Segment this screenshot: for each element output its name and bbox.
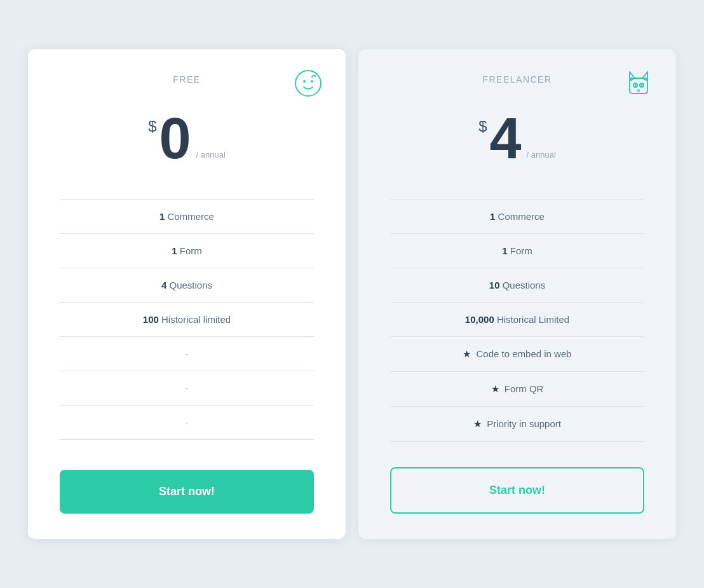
freelancer-feature-2: 1 Form [390, 234, 644, 268]
free-feature-3: 4 Questions [60, 268, 314, 303]
freelancer-feature-5: ★ Code to embed in web [390, 337, 644, 372]
svg-point-2 [311, 80, 313, 83]
freelancer-feature-4: 10,000 Historical Limited [390, 303, 644, 337]
freelancer-price-amount: 4 [490, 110, 522, 167]
svg-point-1 [303, 80, 306, 83]
free-feature-1: 1 Commerce [60, 199, 314, 234]
free-plan-card: FREE $ 0 / annual 1 Commerce 1 Form 4 Qu… [28, 49, 346, 539]
freelancer-features-list: 1 Commerce 1 Form 10 Questions 10,000 Hi… [390, 199, 644, 442]
free-plan-icon [293, 68, 323, 101]
free-price-row: $ 0 / annual [148, 110, 226, 167]
pricing-container: FREE $ 0 / annual 1 Commerce 1 Form 4 Qu… [15, 36, 689, 552]
free-feature-7: - [60, 406, 314, 440]
free-feature-5: - [60, 337, 314, 371]
freelancer-feature-1: 1 Commerce [390, 199, 644, 234]
freelancer-start-button[interactable]: Start now! [390, 467, 644, 514]
free-feature-6: - [60, 371, 314, 406]
free-features-list: 1 Commerce 1 Form 4 Questions 100 Histor… [60, 199, 314, 440]
svg-point-0 [295, 71, 321, 96]
freelancer-feature-3: 10 Questions [390, 268, 644, 303]
free-feature-4: 100 Historical limited [60, 303, 314, 337]
svg-point-9 [641, 84, 642, 86]
free-price-period: / annual [196, 150, 226, 160]
freelancer-plan-icon [623, 68, 654, 101]
svg-point-8 [635, 84, 636, 86]
freelancer-feature-7: ★ Priority in support [390, 407, 644, 442]
freelancer-plan-card: FREELANCER $ 4 / annual 1 Commerce 1 For… [358, 49, 676, 539]
freelancer-currency: $ [478, 118, 487, 135]
free-currency: $ [148, 118, 156, 135]
free-feature-2: 1 Form [60, 234, 314, 268]
freelancer-feature-6: ★ Form QR [390, 372, 644, 407]
free-price-amount: 0 [159, 110, 191, 167]
freelancer-price-period: / annual [527, 150, 556, 160]
freelancer-price-row: $ 4 / annual [478, 110, 556, 167]
freelancer-plan-title: FREELANCER [390, 74, 644, 85]
free-plan-title: FREE [60, 74, 314, 85]
free-start-button[interactable]: Start now! [60, 470, 314, 514]
